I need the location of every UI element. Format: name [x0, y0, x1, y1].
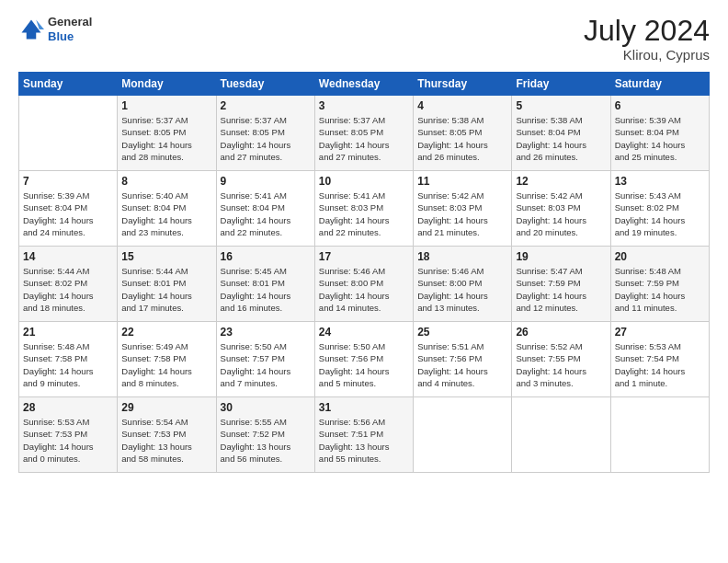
calendar-cell: 21Sunrise: 5:48 AM Sunset: 7:58 PM Dayli… — [19, 322, 118, 397]
day-number: 24 — [319, 326, 409, 339]
day-info: Sunrise: 5:54 AM Sunset: 7:53 PM Dayligh… — [121, 416, 211, 465]
calendar-cell: 25Sunrise: 5:51 AM Sunset: 7:56 PM Dayli… — [414, 322, 512, 397]
calendar-header-monday: Monday — [118, 73, 216, 96]
calendar-cell: 24Sunrise: 5:50 AM Sunset: 7:56 PM Dayli… — [314, 322, 413, 397]
calendar-cell: 29Sunrise: 5:54 AM Sunset: 7:53 PM Dayli… — [118, 397, 216, 473]
calendar-week-row: 14Sunrise: 5:44 AM Sunset: 8:02 PM Dayli… — [19, 247, 710, 322]
day-number: 29 — [121, 401, 211, 414]
calendar-cell: 18Sunrise: 5:46 AM Sunset: 8:00 PM Dayli… — [414, 247, 512, 322]
day-number: 27 — [615, 326, 705, 339]
day-number: 1 — [121, 99, 211, 112]
calendar-cell: 10Sunrise: 5:41 AM Sunset: 8:03 PM Dayli… — [314, 171, 413, 247]
calendar-header-row: SundayMondayTuesdayWednesdayThursdayFrid… — [19, 73, 710, 96]
day-number: 31 — [319, 401, 409, 414]
calendar-cell: 12Sunrise: 5:42 AM Sunset: 8:03 PM Dayli… — [512, 171, 610, 247]
day-info: Sunrise: 5:38 AM Sunset: 8:05 PM Dayligh… — [417, 114, 507, 163]
header: General Blue July 2024 Klirou, Cyprus — [18, 15, 710, 63]
day-number: 20 — [615, 250, 705, 263]
day-info: Sunrise: 5:43 AM Sunset: 8:02 PM Dayligh… — [615, 190, 705, 238]
day-info: Sunrise: 5:42 AM Sunset: 8:03 PM Dayligh… — [516, 190, 606, 238]
calendar-cell: 5Sunrise: 5:38 AM Sunset: 8:04 PM Daylig… — [512, 96, 610, 171]
day-number: 10 — [319, 175, 409, 188]
calendar-table: SundayMondayTuesdayWednesdayThursdayFrid… — [18, 72, 710, 473]
day-info: Sunrise: 5:47 AM Sunset: 7:59 PM Dayligh… — [516, 265, 606, 314]
day-number: 30 — [221, 401, 311, 414]
calendar-header-thursday: Thursday — [414, 73, 512, 96]
day-number: 14 — [23, 250, 113, 263]
calendar-cell: 14Sunrise: 5:44 AM Sunset: 8:02 PM Dayli… — [19, 247, 118, 322]
calendar-cell: 22Sunrise: 5:49 AM Sunset: 7:58 PM Dayli… — [118, 322, 216, 397]
calendar-cell: 3Sunrise: 5:37 AM Sunset: 8:05 PM Daylig… — [314, 96, 413, 171]
logo: General Blue — [18, 15, 92, 43]
calendar-week-row: 28Sunrise: 5:53 AM Sunset: 7:53 PM Dayli… — [19, 397, 710, 473]
calendar-cell: 28Sunrise: 5:53 AM Sunset: 7:53 PM Dayli… — [19, 397, 118, 473]
day-info: Sunrise: 5:41 AM Sunset: 8:03 PM Dayligh… — [319, 190, 409, 238]
logo-text: General Blue — [48, 15, 92, 43]
day-number: 26 — [516, 326, 606, 339]
day-info: Sunrise: 5:39 AM Sunset: 8:04 PM Dayligh… — [23, 190, 113, 238]
day-number: 12 — [516, 175, 606, 188]
day-info: Sunrise: 5:44 AM Sunset: 8:01 PM Dayligh… — [121, 265, 211, 314]
calendar-cell: 1Sunrise: 5:37 AM Sunset: 8:05 PM Daylig… — [118, 96, 216, 171]
calendar-cell: 7Sunrise: 5:39 AM Sunset: 8:04 PM Daylig… — [19, 171, 118, 247]
calendar-header-wednesday: Wednesday — [314, 73, 413, 96]
day-number: 8 — [121, 175, 211, 188]
calendar-header-sunday: Sunday — [19, 73, 118, 96]
calendar-cell: 6Sunrise: 5:39 AM Sunset: 8:04 PM Daylig… — [610, 96, 709, 171]
day-number: 15 — [121, 250, 211, 263]
day-number: 5 — [516, 99, 606, 112]
day-number: 17 — [319, 250, 409, 263]
page: General Blue July 2024 Klirou, Cyprus Su… — [0, 0, 728, 563]
day-info: Sunrise: 5:50 AM Sunset: 7:57 PM Dayligh… — [221, 340, 311, 389]
calendar-header-friday: Friday — [512, 73, 610, 96]
day-info: Sunrise: 5:38 AM Sunset: 8:04 PM Dayligh… — [516, 114, 606, 163]
calendar-cell: 17Sunrise: 5:46 AM Sunset: 8:00 PM Dayli… — [314, 247, 413, 322]
day-number: 21 — [23, 326, 113, 339]
day-info: Sunrise: 5:48 AM Sunset: 7:59 PM Dayligh… — [615, 265, 705, 314]
day-info: Sunrise: 5:42 AM Sunset: 8:03 PM Dayligh… — [417, 190, 507, 238]
calendar-cell: 23Sunrise: 5:50 AM Sunset: 7:57 PM Dayli… — [216, 322, 314, 397]
calendar-cell: 15Sunrise: 5:44 AM Sunset: 8:01 PM Dayli… — [118, 247, 216, 322]
day-number: 2 — [221, 99, 311, 112]
calendar-cell: 16Sunrise: 5:45 AM Sunset: 8:01 PM Dayli… — [216, 247, 314, 322]
day-number: 25 — [417, 326, 507, 339]
day-info: Sunrise: 5:37 AM Sunset: 8:05 PM Dayligh… — [319, 114, 409, 163]
calendar-cell: 27Sunrise: 5:53 AM Sunset: 7:54 PM Dayli… — [610, 322, 709, 397]
calendar-cell: 9Sunrise: 5:41 AM Sunset: 8:04 PM Daylig… — [216, 171, 314, 247]
calendar-header-saturday: Saturday — [610, 73, 709, 96]
day-info: Sunrise: 5:52 AM Sunset: 7:55 PM Dayligh… — [516, 340, 606, 389]
day-info: Sunrise: 5:46 AM Sunset: 8:00 PM Dayligh… — [319, 265, 409, 314]
day-number: 19 — [516, 250, 606, 263]
location: Klirou, Cyprus — [584, 47, 710, 63]
day-number: 6 — [615, 99, 705, 112]
day-info: Sunrise: 5:55 AM Sunset: 7:52 PM Dayligh… — [221, 416, 311, 465]
day-info: Sunrise: 5:49 AM Sunset: 7:58 PM Dayligh… — [121, 340, 211, 389]
day-info: Sunrise: 5:53 AM Sunset: 7:53 PM Dayligh… — [23, 416, 113, 465]
day-number: 9 — [221, 175, 311, 188]
day-info: Sunrise: 5:45 AM Sunset: 8:01 PM Dayligh… — [221, 265, 311, 314]
day-number: 13 — [615, 175, 705, 188]
day-number: 18 — [417, 250, 507, 263]
day-number: 7 — [23, 175, 113, 188]
calendar-cell: 8Sunrise: 5:40 AM Sunset: 8:04 PM Daylig… — [118, 171, 216, 247]
day-info: Sunrise: 5:37 AM Sunset: 8:05 PM Dayligh… — [121, 114, 211, 163]
calendar-cell: 30Sunrise: 5:55 AM Sunset: 7:52 PM Dayli… — [216, 397, 314, 473]
day-info: Sunrise: 5:56 AM Sunset: 7:51 PM Dayligh… — [319, 416, 409, 465]
day-info: Sunrise: 5:53 AM Sunset: 7:54 PM Dayligh… — [615, 340, 705, 389]
day-info: Sunrise: 5:48 AM Sunset: 7:58 PM Dayligh… — [23, 340, 113, 389]
day-info: Sunrise: 5:37 AM Sunset: 8:05 PM Dayligh… — [221, 114, 311, 163]
calendar-cell — [610, 397, 709, 473]
calendar-cell: 20Sunrise: 5:48 AM Sunset: 7:59 PM Dayli… — [610, 247, 709, 322]
day-info: Sunrise: 5:41 AM Sunset: 8:04 PM Dayligh… — [221, 190, 311, 238]
calendar-cell — [414, 397, 512, 473]
day-number: 11 — [417, 175, 507, 188]
title-block: July 2024 Klirou, Cyprus — [584, 15, 710, 63]
calendar-week-row: 7Sunrise: 5:39 AM Sunset: 8:04 PM Daylig… — [19, 171, 710, 247]
calendar-week-row: 21Sunrise: 5:48 AM Sunset: 7:58 PM Dayli… — [19, 322, 710, 397]
calendar-cell: 2Sunrise: 5:37 AM Sunset: 8:05 PM Daylig… — [216, 96, 314, 171]
day-number: 16 — [221, 250, 311, 263]
day-info: Sunrise: 5:40 AM Sunset: 8:04 PM Dayligh… — [121, 190, 211, 238]
calendar-cell: 26Sunrise: 5:52 AM Sunset: 7:55 PM Dayli… — [512, 322, 610, 397]
day-number: 3 — [319, 99, 409, 112]
day-info: Sunrise: 5:44 AM Sunset: 8:02 PM Dayligh… — [23, 265, 113, 314]
